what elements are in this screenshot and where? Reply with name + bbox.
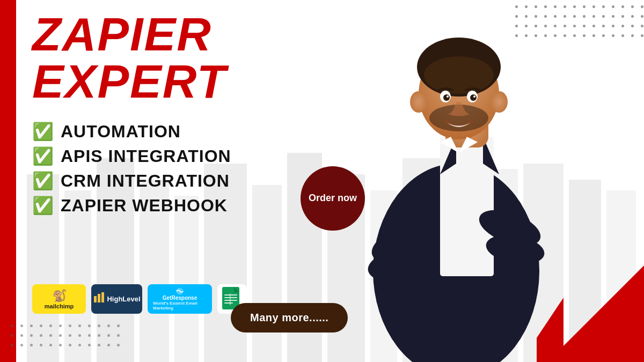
highlevel-logo: HighLevel (91, 284, 142, 314)
svg-point-33 (447, 95, 449, 98)
getresponse-tagline: World's Easiest Email Marketing (153, 301, 207, 311)
svg-point-27 (424, 56, 494, 94)
getresponse-logo: GetResponse World's Easiest Email Market… (148, 284, 212, 314)
svg-point-34 (473, 95, 475, 98)
svg-point-35 (410, 91, 427, 113)
feature-label-1: AUTOMATION (61, 122, 181, 142)
check-icon-4: ✅ (32, 195, 54, 216)
highlevel-text: HighLevel (107, 295, 140, 303)
svg-rect-41 (101, 292, 104, 302)
svg-rect-46 (224, 294, 237, 295)
feature-label-2: APIs INTEGRATION (61, 146, 231, 166)
many-more-button[interactable]: Many more...... (231, 303, 348, 333)
svg-rect-40 (98, 294, 100, 302)
highlevel-icon (93, 292, 105, 306)
svg-point-36 (491, 91, 508, 113)
svg-point-31 (443, 94, 450, 101)
logos-area: 🐒 mailchimp HighLevel GetResponse World'… (32, 284, 247, 314)
feature-1: ✅ AUTOMATION (32, 121, 376, 142)
check-icon-1: ✅ (32, 121, 54, 142)
feature-label-4: ZAPIER WEBHOOK (61, 196, 228, 216)
getresponse-icon (172, 287, 188, 295)
order-now-button[interactable]: Order now (301, 166, 365, 231)
svg-rect-47 (224, 297, 237, 298)
feature-label-3: CRM INTEGRATION (61, 171, 230, 191)
many-more-container: Many more...... (231, 303, 348, 333)
main-title: ZAPIER EXPERT (32, 11, 376, 105)
svg-rect-39 (94, 296, 97, 302)
feature-2: ✅ APIs INTEGRATION (32, 146, 376, 166)
mailchimp-text: mailchimp (45, 303, 74, 309)
order-now-container: Order now (301, 166, 365, 231)
mailchimp-icon: 🐒 (52, 289, 67, 303)
svg-rect-50 (230, 293, 231, 305)
check-icon-3: ✅ (32, 171, 54, 191)
svg-rect-48 (224, 300, 237, 301)
getresponse-text: GetResponse (163, 295, 197, 301)
svg-point-32 (470, 94, 477, 101)
red-left-accent (0, 0, 16, 362)
check-icon-2: ✅ (32, 146, 54, 166)
mailchimp-logo: 🐒 mailchimp (32, 284, 86, 314)
